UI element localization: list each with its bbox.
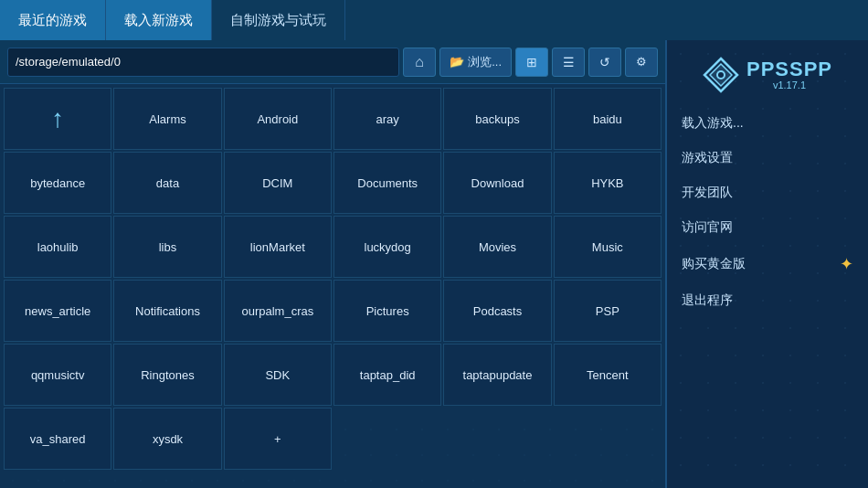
cell-label: PSP xyxy=(592,301,623,322)
file-cell[interactable]: data xyxy=(113,152,221,214)
add-button[interactable]: + xyxy=(224,408,332,470)
cell-label: Podcasts xyxy=(470,301,525,322)
sidebar-menu-item-1[interactable]: 游戏设置 xyxy=(667,141,868,175)
file-cell[interactable]: taptapupdate xyxy=(443,344,551,406)
home-icon: ⌂ xyxy=(415,54,424,70)
file-cell[interactable]: Notifications xyxy=(113,280,221,342)
app-title: PPSSPP xyxy=(746,59,832,80)
sidebar-menu-item-3[interactable]: 访问官网 xyxy=(667,210,868,245)
cell-label: baidu xyxy=(589,109,626,130)
tab-homebrew[interactable]: 自制游戏与试玩 xyxy=(212,0,345,40)
cell-label: lionMarket xyxy=(247,237,309,258)
cell-label: taptap_did xyxy=(356,365,419,386)
cell-label: + xyxy=(270,429,285,450)
file-cell[interactable]: laohulib xyxy=(4,216,111,278)
file-cell[interactable]: luckydog xyxy=(333,216,441,278)
file-cell[interactable]: Music xyxy=(554,216,662,278)
cell-label: ourpalm_cras xyxy=(238,301,317,322)
refresh-icon: ↺ xyxy=(599,55,610,69)
file-cell[interactable]: PSP xyxy=(554,280,662,342)
list-view-button[interactable]: ☰ xyxy=(552,48,585,77)
sidebar-menu-item-4[interactable]: 购买黄金版✦ xyxy=(667,245,868,283)
sidebar-menu-label: 载入游戏... xyxy=(682,115,744,132)
file-cell[interactable]: Alarms xyxy=(113,88,221,150)
cell-label: xysdk xyxy=(149,429,186,450)
cell-label: Alarms xyxy=(145,109,189,130)
file-cell[interactable]: aray xyxy=(333,88,441,150)
cell-label: backups xyxy=(471,109,523,130)
file-cell[interactable]: libs xyxy=(113,216,221,278)
sidebar-menu-label: 退出程序 xyxy=(682,292,733,309)
sidebar-menu-label: 购买黄金版 xyxy=(682,256,746,272)
logo-text-block: PPSSPP v1.17.1 xyxy=(746,59,832,90)
refresh-button[interactable]: ↺ xyxy=(588,48,621,77)
cell-label: data xyxy=(153,173,183,194)
sidebar-menu-label: 游戏设置 xyxy=(682,150,733,166)
cell-label: Pictures xyxy=(363,301,413,322)
top-navigation: 最近的游戏 载入新游戏 自制游戏与试玩 xyxy=(0,0,868,40)
file-grid-container: ↑AlarmsAndroidaraybackupsbaidubytedanced… xyxy=(0,84,665,488)
file-cell[interactable]: taptap_did xyxy=(333,344,441,406)
grid-icon: ⊞ xyxy=(526,55,537,69)
main-layout: /storage/emulated/0 ⌂ 📂 浏览... ⊞ ☰ ↺ ⚙ xyxy=(0,40,868,488)
cell-label: Ringtones xyxy=(137,365,198,386)
cell-label: taptapupdate xyxy=(460,365,536,386)
tab-recent-games[interactable]: 最近的游戏 xyxy=(0,0,106,40)
file-cell[interactable]: HYKB xyxy=(554,152,662,214)
up-directory-button[interactable]: ↑ xyxy=(4,88,111,150)
cell-label: Android xyxy=(253,109,302,130)
file-cell[interactable]: qqmusictv xyxy=(4,344,111,406)
browse-label: 浏览... xyxy=(468,54,502,70)
address-bar: /storage/emulated/0 ⌂ 📂 浏览... ⊞ ☰ ↺ ⚙ xyxy=(0,40,665,84)
settings-button[interactable]: ⚙ xyxy=(625,48,658,77)
cell-label: Notifications xyxy=(132,301,204,322)
file-cell[interactable]: DCIM xyxy=(224,152,332,214)
cell-label: qqmusictv xyxy=(27,365,89,386)
home-button[interactable]: ⌂ xyxy=(403,48,436,77)
file-cell[interactable]: Tencent xyxy=(554,344,662,406)
cell-label: SDK xyxy=(261,365,293,386)
file-cell[interactable]: backups xyxy=(443,88,551,150)
file-cell[interactable]: bytedance xyxy=(4,152,111,214)
file-cell[interactable]: Android xyxy=(224,88,332,150)
file-cell[interactable]: SDK xyxy=(224,344,332,406)
file-cell[interactable]: Download xyxy=(443,152,551,214)
file-cell[interactable]: xysdk xyxy=(113,408,221,470)
svg-point-3 xyxy=(718,72,724,78)
file-browser: /storage/emulated/0 ⌂ 📂 浏览... ⊞ ☰ ↺ ⚙ xyxy=(0,40,667,488)
cell-label: aray xyxy=(373,109,403,130)
sidebar-menu-item-0[interactable]: 载入游戏... xyxy=(667,106,868,141)
browse-button[interactable]: 📂 浏览... xyxy=(439,48,512,77)
file-cell[interactable]: Podcasts xyxy=(443,280,551,342)
list-icon: ☰ xyxy=(563,55,575,69)
cell-label: Tencent xyxy=(583,365,632,386)
file-cell[interactable]: Movies xyxy=(443,216,551,278)
file-cell[interactable]: baidu xyxy=(554,88,662,150)
file-cell[interactable]: Documents xyxy=(333,152,441,214)
up-arrow-icon: ↑ xyxy=(51,104,64,133)
cell-label: Documents xyxy=(354,173,421,194)
file-cell[interactable]: Pictures xyxy=(333,280,441,342)
grid-view-button[interactable]: ⊞ xyxy=(515,48,548,77)
cell-label: laohulib xyxy=(34,237,82,258)
cell-label: news_article xyxy=(21,301,94,322)
file-cell[interactable]: news_article xyxy=(4,280,111,342)
cell-label: DCIM xyxy=(259,173,296,194)
settings-icon: ⚙ xyxy=(636,55,647,69)
file-grid: ↑AlarmsAndroidaraybackupsbaidubytedanced… xyxy=(4,88,662,470)
cell-label: bytedance xyxy=(26,173,89,194)
file-cell[interactable]: va_shared xyxy=(4,408,111,470)
file-cell[interactable]: lionMarket xyxy=(224,216,332,278)
tab-load-game[interactable]: 载入新游戏 xyxy=(106,0,212,40)
sidebar-menu-label: 开发团队 xyxy=(682,185,733,201)
app-version: v1.17.1 xyxy=(746,80,832,90)
sidebar-menu-item-2[interactable]: 开发团队 xyxy=(667,175,868,210)
file-cell[interactable]: Ringtones xyxy=(113,344,221,406)
right-sidebar: PPSSPP v1.17.1 载入游戏...游戏设置开发团队访问官网购买黄金版✦… xyxy=(667,40,868,488)
cell-label: Download xyxy=(468,173,528,194)
sidebar-logo: PPSSPP v1.17.1 xyxy=(667,48,868,106)
path-display: /storage/emulated/0 xyxy=(7,48,399,77)
file-cell[interactable]: ourpalm_cras xyxy=(224,280,332,342)
cell-label: va_shared xyxy=(26,429,90,450)
sidebar-menu-item-5[interactable]: 退出程序 xyxy=(667,283,868,318)
